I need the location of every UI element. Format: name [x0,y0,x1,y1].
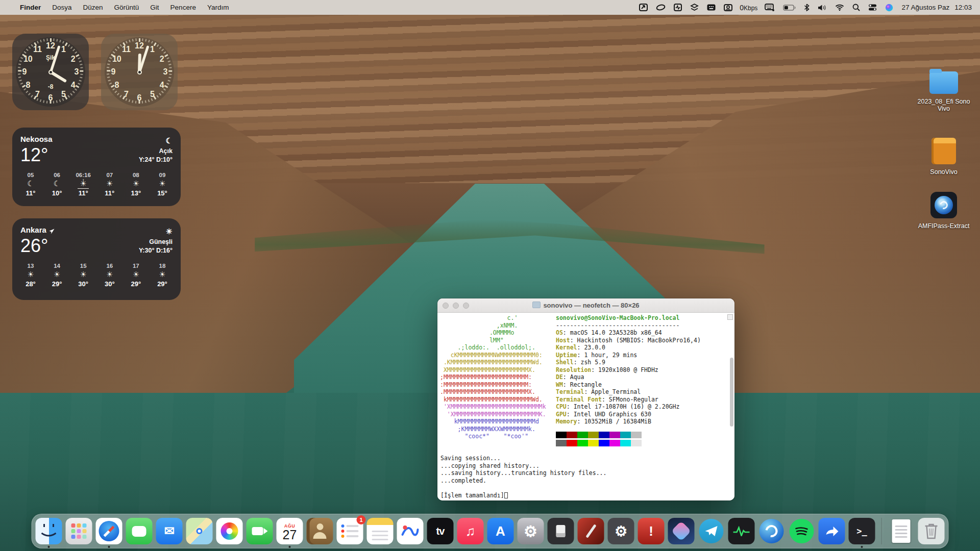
weather-condition: Açık [139,147,173,156]
dock-item-notes[interactable] [367,518,394,544]
disk-drive-icon[interactable] [720,0,737,15]
clock-tick [18,67,20,68]
facetime-icon [247,518,273,544]
dock-item-utility-alert[interactable]: ! [638,518,665,544]
dock-item-contacts[interactable] [307,518,333,544]
rectangle-window-icon[interactable] [635,0,652,15]
dock-item-app-store[interactable]: A [487,518,514,544]
menu-yardım[interactable]: Yardım [202,4,235,11]
dock-item-trash[interactable] [918,518,945,544]
dock-item-finder[interactable] [36,518,62,544]
keyboard-input-icon[interactable] [761,0,779,15]
clock-widget-1[interactable]: 123456789101112Şik-8 [12,34,89,110]
utility-alert-icon: ! [638,518,665,544]
clock-widget-2[interactable]: 123456789101112 [101,34,178,110]
clock-tick [145,39,146,41]
dock-item-utility-blue[interactable] [758,518,785,544]
clock-tick [168,77,171,79]
scrollbar-thumb[interactable] [730,358,733,427]
weather-hour-cell: 09☀15° [152,172,173,197]
sun-icon: ☀ [106,270,113,279]
dock-item-utility-gear[interactable]: ⚙ [608,518,634,544]
terminal-session-log: Saving session... ...copying shared hist… [440,455,606,499]
keypad-icon[interactable] [703,0,720,15]
terminal-title-bar[interactable]: sonovivo — neofetch — 80×26 [437,298,734,313]
siri-icon[interactable] [881,0,897,15]
dock-item-messages[interactable] [126,518,153,544]
weather-widget-ankara[interactable]: Ankara26°☀GüneşliY:30° D:16°13☀28°14☀29°… [12,218,181,300]
desktop-icon-sonovivo[interactable]: SonoVivo [913,138,974,176]
utility-arrow-icon [819,518,845,544]
menu-görüntü[interactable]: Görüntü [109,4,145,11]
clock-tick [109,83,112,84]
clock-tick [20,83,23,84]
dock-item-photos[interactable] [216,518,243,544]
bluetooth-icon[interactable] [800,0,814,15]
scrollbar-corner[interactable] [727,314,733,320]
menu-düzen[interactable]: Düzen [78,4,109,11]
dock-item-launchpad[interactable] [66,518,92,544]
clock-tick [166,83,169,84]
dock-item-shortcuts[interactable] [668,518,695,544]
utility-gear-icon: ⚙ [608,518,634,544]
notes-icon [367,518,394,544]
clock-tick [157,44,159,47]
dock-item-music[interactable]: ♫ [457,518,484,544]
location-arrow-icon [49,227,55,233]
dock-item-safari[interactable] [96,518,122,544]
control-center-icon[interactable] [864,0,881,15]
dock-item-freeform[interactable] [397,518,424,544]
folder-blue-icon [929,71,958,94]
clock-tick [53,38,54,41]
weather-widget-nekoosa[interactable]: Nekoosa12°☾AçıkY:24° D:10°05☾11°06☾10°06… [12,128,181,206]
weather-city: Nekoosa [20,135,53,143]
spotlight-search-icon[interactable] [848,0,864,15]
app-glyph: ♫ [465,523,476,539]
dock-item-documents[interactable] [888,518,915,544]
dock-item-power-monitor[interactable] [728,518,755,544]
dock-item-calendar[interactable]: AĞU27 [277,518,303,544]
dock-item-spotify[interactable] [789,518,815,544]
mail-icon: ✉ [156,518,183,544]
dock-item-mail[interactable]: ✉ [156,518,183,544]
clock-number: 8 [114,81,119,90]
battery-icon[interactable] [779,0,800,15]
clock-tick [109,57,112,59]
wifi-icon[interactable] [831,0,848,15]
palette-swatch [620,432,631,438]
dock-item-system-settings[interactable]: ⚙ [518,518,544,544]
terminal-window[interactable]: sonovivo — neofetch — 80×26 c.' ,xNMM. .… [437,298,734,500]
clock-tick [159,46,161,49]
menu-finder[interactable]: Finder [14,4,46,11]
clock-tick [107,64,110,65]
clock-tick [75,52,77,54]
clock-tick [79,80,82,82]
activity-monitor-icon[interactable] [670,0,686,15]
dock-item-utility-red[interactable] [578,518,604,544]
menu-dosya[interactable]: Dosya [46,4,77,11]
desktop-icon-label: SonoVivo [913,168,974,176]
dock-item-facetime[interactable] [247,518,273,544]
menu-git[interactable]: Git [144,4,164,11]
menu-bar-clock[interactable]: 27 Ağustos Paz12:03 [897,4,980,11]
desktop-icon-amfipass-extract[interactable]: AMFIPass-Extract [913,192,974,230]
volume-icon[interactable] [814,0,831,15]
dock-item-telegram[interactable] [698,518,725,544]
hour-temp: 11° [100,189,120,197]
dock-item-utility-arrow[interactable] [819,518,845,544]
ink-shape-icon[interactable] [652,0,670,15]
app-glyph: ! [649,523,653,539]
desktop-icon-2023-08-efi-sono-vivo[interactable]: 2023_08_Efi Sono Vivo [913,71,974,113]
net-speed[interactable]: 0Kbps [737,4,761,12]
dock-item-reminders[interactable]: 1 [337,518,363,544]
clock-tick [19,61,22,62]
net-speed-value: 0 [740,4,744,12]
dock-item-tv[interactable]: tv [427,518,454,544]
menu-pencere[interactable]: Pencere [165,4,202,11]
dock-item-utility-dark[interactable] [548,518,574,544]
dock-item-terminal[interactable]: >_ [849,518,875,544]
weather-hour-cell: 15☀30° [73,263,93,288]
terminal-icon: >_ [849,518,875,544]
dock-item-maps[interactable] [186,518,213,544]
layers-icon[interactable] [686,0,703,15]
